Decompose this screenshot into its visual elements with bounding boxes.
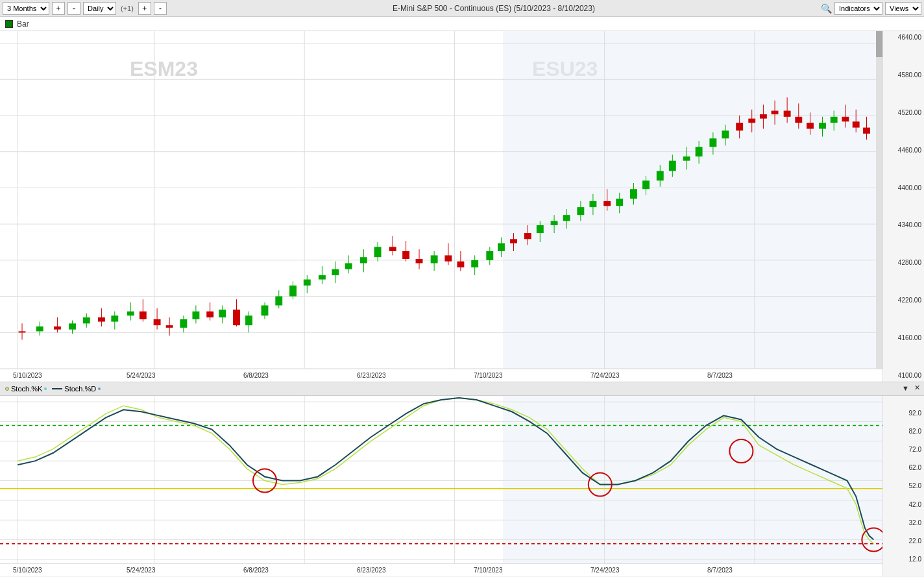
svg-rect-81	[457, 262, 464, 267]
svg-rect-19	[19, 331, 26, 332]
svg-rect-101	[589, 201, 596, 207]
svg-rect-105	[616, 199, 623, 206]
svg-rect-109	[642, 180, 650, 189]
svg-rect-141	[842, 117, 849, 121]
svg-rect-117	[696, 147, 703, 156]
stoch-time-4: 7/10/2023	[474, 567, 503, 574]
svg-rect-65	[345, 264, 352, 269]
svg-rect-0	[503, 31, 882, 369]
price-label-4: 4400.00	[886, 184, 921, 191]
stoch-k-legend: Stoch.%K	[5, 385, 47, 393]
time-label-0: 5/10/2023	[13, 372, 42, 379]
time-label-1: 5/24/2023	[127, 372, 156, 379]
interval-badge: (+1)	[119, 5, 136, 12]
stoch-price-axis: 92.0 82.0 72.0 62.0 52.0 42.0 32.0 22.0 …	[882, 396, 924, 576]
indicator-header: Stoch.%K Stoch.%D ▼ ✕	[0, 382, 924, 396]
svg-rect-121	[722, 130, 729, 138]
svg-rect-49	[233, 310, 240, 325]
svg-rect-137	[819, 123, 826, 129]
indicator-collapse-button[interactable]: ▼	[901, 384, 910, 392]
svg-rect-143	[853, 121, 860, 127]
price-label-8: 4160.00	[886, 334, 921, 341]
svg-rect-75	[416, 259, 423, 264]
svg-rect-133	[795, 117, 802, 123]
svg-rect-59	[304, 280, 311, 286]
price-label-1: 4580.00	[886, 71, 921, 79]
svg-rect-113	[669, 161, 676, 171]
stoch-time-5: 7/24/2023	[590, 567, 620, 574]
svg-rect-135	[807, 123, 814, 129]
time-label-4: 7/10/2023	[474, 372, 503, 379]
stoch-k-dot	[5, 387, 9, 391]
svg-rect-79	[444, 255, 452, 261]
stoch-label-2: 72.0	[886, 446, 921, 453]
svg-rect-57	[289, 286, 297, 297]
price-label-3: 4460.00	[886, 147, 921, 154]
svg-rect-93	[537, 225, 544, 233]
svg-rect-123	[736, 123, 743, 130]
svg-rect-145	[863, 128, 870, 134]
stoch-label-0: 92.0	[886, 410, 921, 417]
svg-rect-99	[577, 207, 584, 215]
svg-rect-89	[510, 239, 517, 243]
stoch-k-label: Stoch.%K	[11, 385, 42, 393]
interval-plus-button[interactable]: +	[138, 2, 151, 15]
main-chart-svg	[0, 31, 924, 382]
chart-scrollbar-thumb[interactable]	[876, 31, 882, 57]
chart-title: E-Mini S&P 500 - Continuous (ES) (5/10/2…	[169, 4, 818, 13]
svg-rect-41	[180, 319, 187, 328]
svg-rect-31	[111, 315, 118, 321]
stoch-time-axis: 5/10/2023 5/24/2023 6/8/2023 6/23/2023 7…	[0, 563, 882, 576]
svg-rect-125	[748, 119, 755, 123]
svg-rect-103	[603, 201, 611, 206]
svg-rect-69	[374, 247, 382, 257]
svg-rect-35	[140, 312, 147, 319]
svg-rect-37	[154, 319, 161, 325]
stoch-chart-svg	[0, 396, 924, 576]
bar-color-box	[5, 20, 13, 28]
svg-rect-115	[683, 156, 690, 161]
price-label-9: 4100.00	[886, 372, 921, 379]
legend-bar: Bar	[0, 17, 924, 31]
price-label-7: 4220.00	[886, 297, 921, 304]
interval-minus-button[interactable]: -	[154, 2, 167, 15]
svg-rect-83	[471, 260, 478, 267]
stoch-label-5: 42.0	[886, 501, 921, 508]
stoch-k-dot2	[44, 387, 47, 390]
svg-rect-147	[503, 396, 882, 563]
stoch-d-dot	[98, 387, 101, 390]
stoch-area: 92.0 82.0 72.0 62.0 52.0 42.0 32.0 22.0 …	[0, 396, 924, 576]
stoch-label-3: 62.0	[886, 464, 921, 471]
svg-rect-73	[402, 251, 409, 259]
svg-rect-77	[431, 255, 438, 263]
svg-rect-29	[98, 317, 105, 322]
search-icon[interactable]: 🔍	[821, 3, 832, 14]
views-select[interactable]: Views	[885, 2, 921, 15]
stoch-time-1: 5/24/2023	[127, 567, 156, 574]
stoch-label-6: 32.0	[886, 519, 921, 526]
svg-rect-23	[54, 326, 61, 330]
indicators-select[interactable]: Indicators	[834, 2, 882, 15]
stoch-d-line-sample	[52, 388, 62, 389]
svg-rect-97	[563, 215, 570, 221]
indicator-close-button[interactable]: ✕	[913, 384, 921, 392]
period-select[interactable]: 3 Months	[3, 2, 49, 15]
svg-rect-21	[36, 326, 43, 331]
interval-select[interactable]: Daily	[83, 2, 116, 15]
price-axis: 4640.00 4580.00 4520.00 4460.00 4400.00 …	[882, 31, 924, 382]
stoch-d-label: Stoch.%D	[64, 385, 96, 393]
svg-rect-25	[69, 323, 76, 329]
time-label-2: 6/8/2023	[243, 372, 269, 379]
stoch-time-2: 6/8/2023	[243, 567, 269, 574]
time-label-5: 7/24/2023	[590, 372, 620, 379]
period-minus-button[interactable]: -	[67, 2, 80, 15]
svg-rect-51	[245, 315, 252, 325]
svg-rect-111	[657, 171, 664, 180]
svg-rect-61	[319, 275, 326, 280]
time-label-3: 6/23/2023	[357, 372, 386, 379]
chart-scrollbar-track[interactable]	[876, 31, 882, 369]
svg-rect-39	[166, 325, 173, 328]
svg-rect-107	[630, 189, 637, 199]
stoch-label-7: 22.0	[886, 537, 921, 545]
period-plus-button[interactable]: +	[52, 2, 65, 15]
